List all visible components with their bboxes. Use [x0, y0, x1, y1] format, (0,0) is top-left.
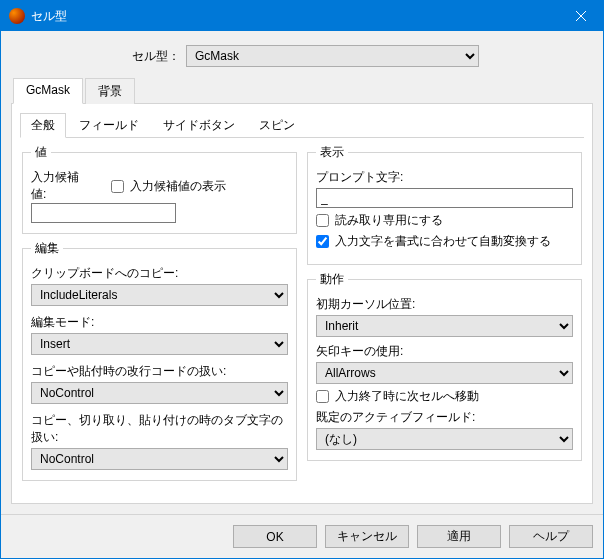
edit-legend: 編集	[31, 240, 63, 257]
value-legend: 値	[31, 144, 51, 161]
cancel-button[interactable]: キャンセル	[325, 525, 409, 548]
sub-tabs: 全般 フィールド サイドボタン スピン	[20, 112, 584, 138]
candidate-label: 入力候補値:	[31, 169, 91, 203]
help-button[interactable]: ヘルプ	[509, 525, 593, 548]
activefield-label: 既定のアクティブフィールド:	[316, 409, 573, 426]
apply-button[interactable]: 適用	[417, 525, 501, 548]
autoconv-label: 入力文字を書式に合わせて自動変換する	[335, 233, 551, 250]
button-bar: OK キャンセル 適用 ヘルプ	[1, 514, 603, 558]
show-candidate-label: 入力候補値の表示	[130, 178, 226, 195]
celltype-row: セル型： GcMask	[11, 45, 593, 67]
cursor-select[interactable]: Inherit	[316, 315, 573, 337]
show-candidate-checkbox[interactable]	[111, 180, 124, 193]
arrows-select[interactable]: AllArrows	[316, 362, 573, 384]
subtab-general[interactable]: 全般	[20, 113, 66, 138]
right-column: 表示 プロンプト文字: 読み取り専用にする 入力文字を書式に合わせて自動変換する	[307, 144, 582, 481]
app-icon	[9, 8, 25, 24]
titlebar: セル型	[1, 1, 603, 31]
show-candidate-check[interactable]: 入力候補値の表示	[111, 178, 226, 195]
window-title: セル型	[31, 8, 558, 25]
left-column: 値 入力候補値: 入力候補値の表示 編集 クリップボードへのコピー:	[22, 144, 297, 481]
activefield-select[interactable]: (なし)	[316, 428, 573, 450]
edit-group: 編集 クリップボードへのコピー: IncludeLiterals 編集モード: …	[22, 240, 297, 481]
dialog-window: セル型 セル型： GcMask GcMask 背景 全般 フィールド サイドボタ…	[0, 0, 604, 559]
readonly-check[interactable]: 読み取り専用にする	[316, 212, 573, 229]
arrows-label: 矢印キーの使用:	[316, 343, 573, 360]
candidate-input[interactable]	[31, 203, 176, 223]
value-group: 値 入力候補値: 入力候補値の表示	[22, 144, 297, 234]
editmode-select[interactable]: Insert	[31, 333, 288, 355]
display-group: 表示 プロンプト文字: 読み取り専用にする 入力文字を書式に合わせて自動変換する	[307, 144, 582, 265]
readonly-checkbox[interactable]	[316, 214, 329, 227]
prompt-input[interactable]	[316, 188, 573, 208]
exitnext-label: 入力終了時に次セルへ移動	[335, 388, 479, 405]
tabchar-select[interactable]: NoControl	[31, 448, 288, 470]
panel-body: 値 入力候補値: 入力候補値の表示 編集 クリップボードへのコピー:	[20, 138, 584, 483]
celltype-select[interactable]: GcMask	[186, 45, 479, 67]
editmode-label: 編集モード:	[31, 314, 288, 331]
action-legend: 動作	[316, 271, 348, 288]
celltype-label: セル型：	[11, 48, 186, 65]
tab-gcmask[interactable]: GcMask	[13, 78, 83, 104]
ok-button[interactable]: OK	[233, 525, 317, 548]
content-area: セル型： GcMask GcMask 背景 全般 フィールド サイドボタン スピ…	[1, 31, 603, 514]
newline-select[interactable]: NoControl	[31, 382, 288, 404]
display-legend: 表示	[316, 144, 348, 161]
exitnext-checkbox[interactable]	[316, 390, 329, 403]
subtab-spin[interactable]: スピン	[248, 113, 306, 138]
autoconv-checkbox[interactable]	[316, 235, 329, 248]
action-group: 動作 初期カーソル位置: Inherit 矢印キーの使用: AllArrows …	[307, 271, 582, 461]
readonly-label: 読み取り専用にする	[335, 212, 443, 229]
tab-panel: 全般 フィールド サイドボタン スピン 値 入力候補値: 入力候補値の表示	[11, 104, 593, 504]
tabchar-label: コピー、切り取り、貼り付けの時のタブ文字の扱い:	[31, 412, 288, 446]
autoconv-check[interactable]: 入力文字を書式に合わせて自動変換する	[316, 233, 573, 250]
clipboard-select[interactable]: IncludeLiterals	[31, 284, 288, 306]
exitnext-check[interactable]: 入力終了時に次セルへ移動	[316, 388, 573, 405]
main-tabs: GcMask 背景	[11, 77, 593, 104]
subtab-sidebutton[interactable]: サイドボタン	[152, 113, 246, 138]
cursor-label: 初期カーソル位置:	[316, 296, 573, 313]
clipboard-label: クリップボードへのコピー:	[31, 265, 288, 282]
close-icon	[576, 11, 586, 21]
subtab-fields[interactable]: フィールド	[68, 113, 150, 138]
close-button[interactable]	[558, 1, 603, 31]
newline-label: コピーや貼付時の改行コードの扱い:	[31, 363, 288, 380]
tab-background[interactable]: 背景	[85, 78, 135, 104]
prompt-label: プロンプト文字:	[316, 169, 573, 186]
